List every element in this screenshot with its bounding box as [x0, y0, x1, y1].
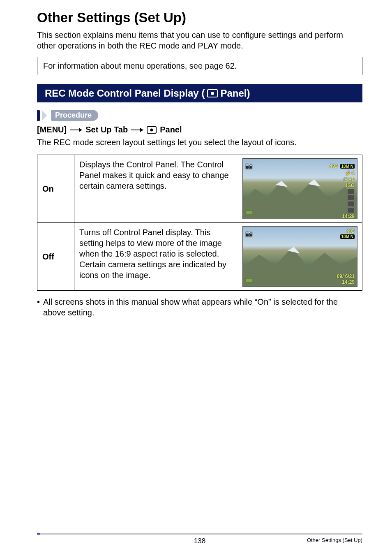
rec-mode-icon — [147, 126, 157, 134]
table-row: Off Turns off Control Panel display. Thi… — [37, 223, 362, 291]
overlay-side-icon — [347, 189, 355, 194]
procedure-label-row: Procedure — [37, 110, 362, 121]
section-heading: REC Mode Control Panel Display ( Panel) — [37, 84, 362, 102]
row-preview-cell: 📷 492 10M N ⚡A ▢AF ISO 14:29 — [239, 155, 362, 223]
footer-section: Other Settings (Set Up) — [307, 537, 362, 543]
intro-text: This section explains menu items that yo… — [37, 30, 362, 51]
overlay-size-badge: 10M N — [340, 164, 355, 169]
section-heading-prefix: REC Mode Control Panel Display ( — [45, 88, 205, 99]
footnote-text: All screens shots in this manual show wh… — [43, 296, 362, 318]
svg-marker-5 — [140, 128, 143, 132]
svg-point-1 — [211, 92, 214, 95]
page-title: Other Settings (Set Up) — [37, 10, 362, 25]
camera-icon: 📷 — [245, 162, 252, 169]
sub-intro-text: The REC mode screen layout settings let … — [37, 138, 362, 147]
procedure-pill: Procedure — [51, 110, 98, 121]
footnote: • All screens shots in this manual show … — [37, 296, 362, 318]
page-footer: 138 Other Settings (Set Up) — [37, 533, 362, 543]
row-label: On — [37, 155, 74, 223]
battery-icon — [245, 278, 255, 283]
section-heading-suffix: Panel) — [220, 88, 250, 99]
battery-icon — [245, 210, 255, 215]
preview-on: 📷 492 10M N ⚡A ▢AF ISO 14:29 — [242, 158, 357, 219]
overlay-iso: ISO — [346, 183, 355, 188]
overlay-side-icon — [347, 207, 355, 213]
arrow-icon — [70, 125, 82, 134]
overlay-date: 09/ 6/21 — [337, 273, 355, 279]
breadcrumb-panel: Panel — [160, 125, 182, 134]
row-preview-cell: 📷 492 10M N 09/ 6/21 14:29 — [239, 223, 362, 291]
svg-marker-3 — [79, 128, 82, 132]
table-row: On Displays the Control Panel. The Contr… — [37, 155, 362, 223]
overlay-time: 14:29 — [342, 213, 355, 219]
overlay-counter: 492 — [330, 163, 338, 169]
row-label: Off — [37, 223, 74, 291]
info-box: For information about menu operations, s… — [37, 57, 362, 75]
row-description: Turns off Control Panel display. This se… — [74, 223, 239, 291]
settings-table: On Displays the Control Panel. The Contr… — [37, 155, 362, 291]
arrow-icon — [131, 125, 143, 134]
overlay-time: 14:29 — [337, 279, 355, 285]
svg-point-7 — [150, 128, 153, 131]
overlay-side-icon — [347, 195, 355, 201]
preview-off: 📷 492 10M N 09/ 6/21 14:29 — [242, 226, 357, 287]
page-number: 138 — [194, 537, 205, 545]
breadcrumb-tab: Set Up Tab — [85, 125, 128, 134]
rec-mode-icon — [207, 89, 218, 97]
overlay-size-badge: 10M N — [340, 234, 355, 239]
overlay-flash: ⚡A — [345, 170, 355, 176]
camera-icon: 📷 — [245, 230, 252, 237]
breadcrumb-menu: [MENU] — [37, 125, 67, 134]
row-description: Displays the Control Panel. The Control … — [74, 155, 239, 223]
overlay-af: ▢AF — [344, 176, 355, 182]
procedure-breadcrumb: [MENU] Set Up Tab Panel — [37, 125, 362, 134]
overlay-counter: 492 — [346, 228, 355, 234]
overlay-side-icon — [347, 201, 355, 207]
